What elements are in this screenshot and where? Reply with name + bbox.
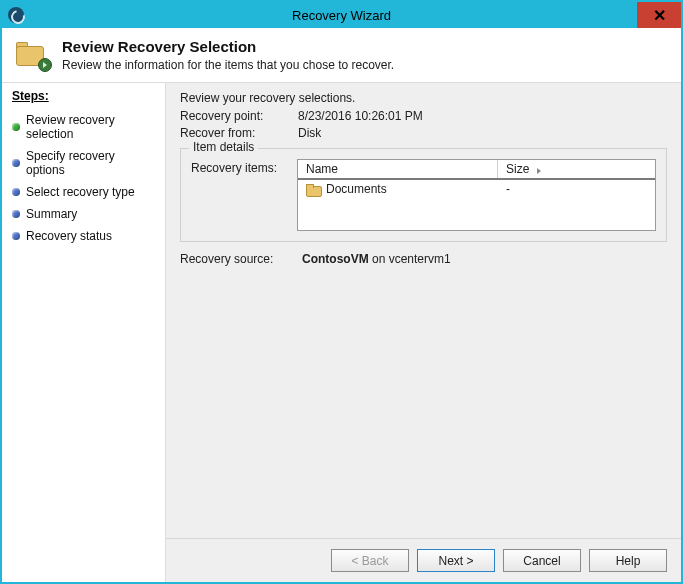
recovery-source-label: Recovery source:: [180, 252, 288, 266]
item-name: Documents: [326, 182, 387, 196]
item-size: -: [506, 182, 647, 196]
column-header-name[interactable]: Name: [298, 160, 498, 178]
step-specify-recovery-options[interactable]: Specify recovery options: [10, 145, 157, 181]
next-button[interactable]: Next >: [417, 549, 495, 572]
steps-list: Review recovery selection Specify recove…: [10, 109, 157, 247]
close-button[interactable]: ✕: [637, 2, 681, 28]
intro-text: Review your recovery selections.: [180, 91, 667, 105]
cancel-button[interactable]: Cancel: [503, 549, 581, 572]
main-content: Review your recovery selections. Recover…: [166, 83, 681, 266]
recovery-point-label: Recovery point:: [180, 109, 288, 123]
recovery-point-value: 8/23/2016 10:26:01 PM: [298, 109, 423, 123]
recover-from-row: Recover from: Disk: [180, 126, 667, 140]
step-summary[interactable]: Summary: [10, 203, 157, 225]
step-bullet-current-icon: [12, 123, 20, 131]
recovery-items-wrap: Recovery items: Name Size Docume: [191, 159, 656, 231]
item-details-group: Item details Recovery items: Name Size: [180, 148, 667, 242]
recovery-items-label: Recovery items:: [191, 159, 287, 231]
step-bullet-icon: [12, 188, 20, 196]
list-header: Name Size: [298, 160, 655, 180]
page-header-text: Review Recovery Selection Review the inf…: [62, 38, 394, 72]
page-header: Review Recovery Selection Review the inf…: [2, 28, 681, 82]
column-header-size[interactable]: Size: [498, 160, 655, 178]
step-label: Specify recovery options: [26, 149, 155, 177]
step-select-recovery-type[interactable]: Select recovery type: [10, 181, 157, 203]
step-label: Recovery status: [26, 229, 112, 243]
folder-icon: [306, 184, 320, 195]
steps-heading: Steps:: [10, 89, 157, 103]
steps-sidebar: Steps: Review recovery selection Specify…: [2, 83, 166, 582]
recover-from-value: Disk: [298, 126, 321, 140]
recovery-folder-icon: [16, 42, 48, 70]
wizard-footer: < Back Next > Cancel Help: [166, 538, 681, 582]
window-title: Recovery Wizard: [2, 8, 681, 23]
titlebar: Recovery Wizard ✕: [2, 2, 681, 28]
help-button[interactable]: Help: [589, 549, 667, 572]
back-button: < Back: [331, 549, 409, 572]
step-bullet-icon: [12, 159, 20, 167]
recovery-source-suffix: on vcentervm1: [369, 252, 451, 266]
list-body: Documents -: [298, 180, 655, 230]
step-recovery-status[interactable]: Recovery status: [10, 225, 157, 247]
main-panel: Review your recovery selections. Recover…: [166, 83, 681, 582]
page-title: Review Recovery Selection: [62, 38, 394, 55]
item-details-legend: Item details: [189, 140, 258, 154]
page-subtitle: Review the information for the items tha…: [62, 58, 394, 72]
recover-from-label: Recover from:: [180, 126, 288, 140]
recovery-items-list[interactable]: Name Size Documents -: [297, 159, 656, 231]
step-label: Select recovery type: [26, 185, 135, 199]
step-label: Review recovery selection: [26, 113, 155, 141]
wizard-body: Steps: Review recovery selection Specify…: [2, 82, 681, 582]
step-bullet-icon: [12, 210, 20, 218]
step-bullet-icon: [12, 232, 20, 240]
wizard-window: Recovery Wizard ✕ Review Recovery Select…: [0, 0, 683, 584]
recovery-source-value: ContosoVM on vcentervm1: [302, 252, 451, 266]
list-item[interactable]: Documents -: [298, 180, 655, 198]
step-label: Summary: [26, 207, 77, 221]
close-icon: ✕: [653, 6, 666, 25]
step-review-recovery-selection[interactable]: Review recovery selection: [10, 109, 157, 145]
recovery-source-vm: ContosoVM: [302, 252, 369, 266]
recovery-point-row: Recovery point: 8/23/2016 10:26:01 PM: [180, 109, 667, 123]
recovery-source-row: Recovery source: ContosoVM on vcentervm1: [180, 252, 667, 266]
